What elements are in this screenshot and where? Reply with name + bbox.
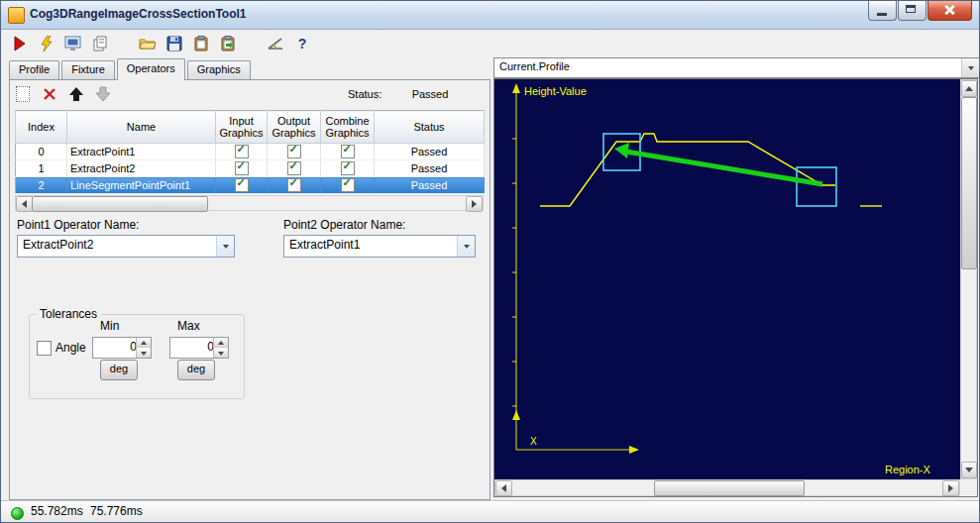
angle-min-field[interactable] [93,338,139,356]
origin-up-arrowhead [512,410,520,420]
clipboard-arrow-icon [221,36,235,52]
point1-operator-combo[interactable]: ExtractPoint2 [17,235,235,258]
clipboard-icon [194,36,208,52]
origin-x-label: X [530,436,537,447]
point2-operator-value: ExtractPoint1 [289,236,360,255]
input-graphics-checkbox[interactable]: ✓ [235,178,249,192]
show-display-button[interactable] [62,33,84,54]
tab-profile[interactable]: Profile [9,60,59,79]
point1-operator-label: Point1 Operator Name: [17,218,139,232]
combine-graphics-checkbox[interactable]: ✓ [341,161,355,175]
min-unit-button[interactable]: deg [100,360,138,380]
scroll-down-button[interactable] [961,462,977,478]
new-tool-button[interactable] [89,33,111,54]
table-row-selected[interactable]: 2 LineSegmentPointPoint1 ✓ ✓ ✓ Passed [16,177,485,194]
profile-plot[interactable]: Height-Value X Region-X [494,79,960,479]
operators-toolbar [13,84,113,104]
measure-button[interactable] [265,33,286,54]
table-row[interactable]: 0 ExtractPoint1 ✓ ✓ ✓ Passed [16,144,485,160]
open-button[interactable] [137,33,159,54]
status-led [11,507,24,520]
maximize-button[interactable] [898,1,926,21]
scroll-right-button[interactable] [942,480,959,496]
title-bar[interactable]: Cog3DRangeImageCrossSectionTool1 [1,1,979,30]
angle-label: Angle [55,341,86,355]
plot-vertical-scrollbar[interactable] [960,79,977,479]
scrollbar-thumb[interactable] [961,97,977,269]
spin-up-button[interactable] [137,338,151,348]
scroll-right-button[interactable] [466,196,483,212]
floppy-icon [166,36,182,52]
save-button[interactable] [163,33,185,54]
angle-checkbox[interactable] [37,341,52,356]
app-icon [8,7,25,24]
angle-min-spinner[interactable] [92,337,152,359]
arrow-up-icon [68,86,84,102]
check-icon: ✓ [289,160,298,173]
lightning-icon [40,36,54,52]
col-header-index: Index [16,111,67,144]
close-button[interactable] [927,1,972,21]
tab-graphics[interactable]: Graphics [187,60,251,79]
help-button[interactable]: ? [291,33,313,54]
col-header-input-graphics: Input Graphics [216,111,268,144]
y-axis-arrowhead [512,83,520,93]
spinner-buttons [213,338,228,358]
y-axis-label: Height-Value [524,85,587,97]
combine-graphics-checkbox[interactable]: ✓ [341,145,355,158]
col-header-combine-graphics: Combine Graphics [321,111,375,144]
tool-edit-window: Cog3DRangeImageCrossSectionTool1 ? Profi… [0,0,980,523]
output-graphics-checkbox[interactable]: ✓ [287,178,301,192]
new-item-icon [16,86,30,102]
arrow-up-icon [965,86,973,91]
documents-icon [92,36,108,52]
col-header-name: Name [67,111,216,144]
tab-fixture[interactable]: Fixture [61,60,115,79]
chevron-down-icon[interactable] [961,58,979,77]
add-operator-button[interactable] [13,84,33,104]
plot-horizontal-scrollbar[interactable] [494,479,960,496]
scrollbar-thumb[interactable] [32,196,208,212]
tab-operators[interactable]: Operators [117,58,185,79]
scroll-left-button[interactable] [495,480,512,496]
scroll-up-button[interactable] [961,80,977,97]
spin-down-button[interactable] [137,349,151,358]
minimize-button[interactable] [868,1,897,21]
move-down-button[interactable] [93,84,113,104]
col-header-output-graphics: Output Graphics [268,111,321,144]
delete-x-icon [43,87,56,101]
input-graphics-checkbox[interactable]: ✓ [235,145,249,158]
angle-max-field[interactable] [170,338,216,356]
run-button[interactable] [9,33,31,54]
combine-graphics-checkbox[interactable]: ✓ [341,178,355,192]
status-value: Passed [395,88,465,100]
max-unit-button[interactable]: deg [177,360,215,380]
x-axis-arrowhead [629,446,639,454]
spin-down-button[interactable] [214,349,228,358]
input-graphics-checkbox[interactable]: ✓ [235,161,249,175]
run-live-button[interactable] [36,33,57,54]
point1-operator-value: ExtractPoint2 [23,236,93,255]
arrow-down-icon [95,86,111,102]
scroll-left-button[interactable] [16,196,33,212]
check-icon: ✓ [237,160,246,173]
delete-operator-button[interactable] [40,84,59,104]
spin-up-icon [218,341,224,345]
table-horizontal-scrollbar[interactable] [15,195,484,211]
point2-operator-combo[interactable]: ExtractPoint1 [283,235,476,258]
min-label: Min [100,319,119,333]
output-graphics-checkbox[interactable]: ✓ [287,161,301,175]
scrollbar-thumb[interactable] [654,480,805,496]
move-up-button[interactable] [66,84,86,104]
spin-up-button[interactable] [214,338,228,348]
angle-max-spinner[interactable] [169,337,229,359]
paste-button[interactable] [190,33,212,54]
chevron-down-icon[interactable] [457,236,475,257]
output-graphics-checkbox[interactable]: ✓ [287,145,301,158]
display-source-combo[interactable]: Current.Profile [493,57,980,78]
paste-import-button[interactable] [217,33,239,54]
chevron-down-icon[interactable] [216,236,234,257]
table-row[interactable]: 1 ExtractPoint2 ✓ ✓ ✓ Passed [16,160,485,177]
check-icon: ✓ [343,177,352,190]
arrow-right-icon [948,484,953,492]
